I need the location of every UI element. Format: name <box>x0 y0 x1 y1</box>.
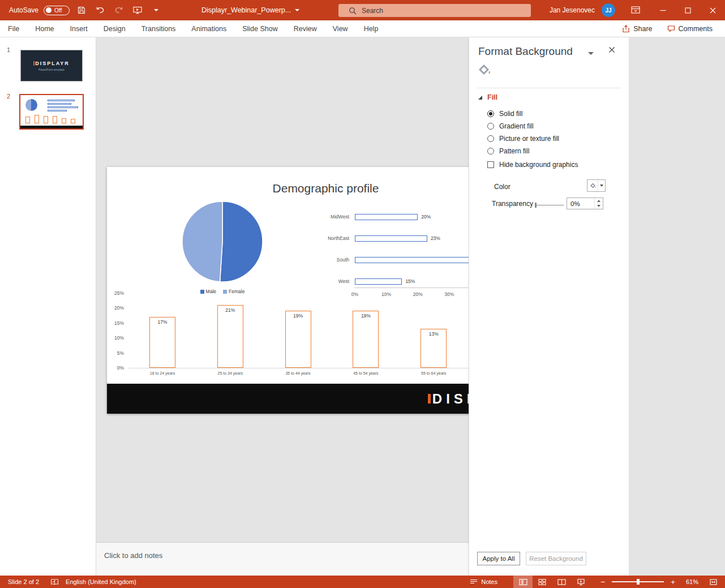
reading-view-button[interactable] <box>552 576 571 588</box>
tab-design[interactable]: Design <box>96 20 134 37</box>
normal-view-icon <box>519 578 527 586</box>
slide-1-thumbnail[interactable]: DISPLAYR PowerPoint template <box>20 50 83 81</box>
zoom-slider[interactable] <box>612 581 664 582</box>
legend-item: Female <box>223 289 244 294</box>
divider <box>477 88 620 88</box>
transparency-input[interactable]: 0% <box>567 198 603 209</box>
powerpoint-window: AutoSave Off Displayr_Webinar_Powerp... <box>0 0 725 588</box>
tab-view[interactable]: View <box>325 20 356 37</box>
comments-button[interactable]: Comments <box>662 23 718 35</box>
solid-fill-option[interactable]: Solid fill <box>487 109 522 118</box>
autosave-toggle[interactable]: Off <box>44 6 70 15</box>
transparency-slider[interactable] <box>535 205 564 205</box>
age-data-label: 17% <box>149 319 175 325</box>
gender-pie-chart[interactable] <box>177 196 268 287</box>
close-pane-button[interactable] <box>608 46 615 55</box>
logo-accent <box>33 61 35 66</box>
legend-swatch <box>200 290 204 294</box>
notes-toggle-button[interactable]: Notes <box>470 578 497 585</box>
fill-tab-bucket-icon[interactable] <box>476 62 492 80</box>
collapse-triangle-icon <box>478 96 482 100</box>
tab-home[interactable]: Home <box>27 20 62 37</box>
tab-insert[interactable]: Insert <box>62 20 96 37</box>
pie-slice-male <box>220 201 263 282</box>
tab-file[interactable]: File <box>0 20 27 37</box>
picture-fill-option[interactable]: Picture or texture fill <box>487 134 559 143</box>
transparency-slider-thumb[interactable] <box>535 203 537 208</box>
close-icon <box>710 7 716 14</box>
avatar[interactable]: JJ <box>602 3 615 17</box>
maximize-button[interactable] <box>675 0 700 20</box>
slide-2-thumbnail-selected[interactable] <box>19 94 84 130</box>
hide-background-graphics-option[interactable]: Hide background graphics <box>487 160 578 169</box>
start-slideshow-button[interactable] <box>131 3 144 18</box>
age-data-label: 19% <box>285 313 311 319</box>
slide-1-number: 1 <box>7 46 10 53</box>
close-button[interactable] <box>700 0 725 20</box>
region-category-label: West <box>299 278 351 285</box>
checkbox-hide-background[interactable] <box>487 161 494 168</box>
minimize-icon <box>660 7 666 14</box>
radio-picture-fill[interactable] <box>487 135 494 142</box>
age-baseline <box>128 368 525 368</box>
age-data-label: 13% <box>421 331 447 337</box>
transparency-spin-up[interactable] <box>595 198 603 204</box>
transparency-value: 0% <box>567 200 594 207</box>
transparency-spin-down[interactable] <box>595 204 603 209</box>
fill-section-header[interactable]: Fill <box>478 93 497 101</box>
zoom-in-button[interactable]: + <box>667 578 679 586</box>
radio-pattern-fill[interactable] <box>487 148 494 154</box>
region-data-label: 23% <box>431 235 440 242</box>
region-x-tick: 20% <box>408 291 427 297</box>
slideshow-icon <box>133 6 142 14</box>
save-button[interactable] <box>75 3 88 18</box>
tab-review[interactable]: Review <box>286 20 325 37</box>
color-picker-button[interactable] <box>587 179 606 192</box>
ribbon-display-options-button[interactable] <box>629 3 642 18</box>
age-y-tick: 15% <box>108 320 124 326</box>
arrow-down-icon <box>597 205 600 207</box>
zoom-slider-thumb[interactable] <box>637 579 640 585</box>
age-y-tick: 5% <box>108 350 124 356</box>
pie-legend: MaleFemale <box>166 289 279 294</box>
region-x-tick: 10% <box>377 291 396 297</box>
spell-check-button[interactable] <box>50 578 59 586</box>
region-category-label: MidWest <box>299 214 351 220</box>
tab-help[interactable]: Help <box>356 20 387 37</box>
transparency-label: Transparency <box>492 200 533 208</box>
tab-slide-show[interactable]: Slide Show <box>234 20 286 37</box>
minimize-button[interactable] <box>650 0 675 20</box>
document-title[interactable]: Displayr_Webinar_Powerp... <box>201 0 299 20</box>
gradient-fill-option[interactable]: Gradient fill <box>487 122 534 131</box>
pane-options-caret-icon[interactable] <box>588 52 594 55</box>
slide-indicator[interactable]: Slide 2 of 2 <box>8 578 39 585</box>
zoom-out-button[interactable]: − <box>597 577 608 586</box>
slide-sorter-view-button[interactable] <box>533 576 552 588</box>
tab-transitions[interactable]: Transitions <box>134 20 184 37</box>
redo-button[interactable] <box>112 3 126 18</box>
slide-show-view-button[interactable] <box>571 576 590 588</box>
maximize-icon <box>685 7 691 14</box>
region-category-label: NorthEast <box>299 235 351 242</box>
radio-gradient-fill[interactable] <box>487 123 494 130</box>
normal-view-button[interactable] <box>513 576 533 588</box>
radio-solid-fill[interactable] <box>487 110 494 117</box>
language-indicator[interactable]: English (United Kingdom) <box>66 578 136 585</box>
age-column <box>217 305 243 368</box>
redo-icon <box>114 6 123 14</box>
pattern-fill-option[interactable]: Pattern fill <box>487 147 529 156</box>
apply-to-all-button[interactable]: Apply to All <box>477 552 520 565</box>
share-button[interactable]: Share <box>616 23 658 35</box>
undo-button[interactable] <box>93 3 107 18</box>
user-name[interactable]: Jan Jesenovec <box>550 6 595 14</box>
tab-animations[interactable]: Animations <box>183 20 234 37</box>
customize-quick-access-button[interactable] <box>149 3 163 18</box>
fit-slide-to-window-button[interactable] <box>706 578 720 586</box>
chevron-down-icon <box>600 184 603 187</box>
age-category-label: 35 to 44 years <box>264 371 332 375</box>
arrow-up-icon <box>597 200 600 202</box>
search-input[interactable]: Search <box>338 4 531 17</box>
autosave-state: Off <box>54 7 62 14</box>
fit-to-window-icon <box>709 578 718 586</box>
zoom-level[interactable]: 61% <box>681 578 703 585</box>
